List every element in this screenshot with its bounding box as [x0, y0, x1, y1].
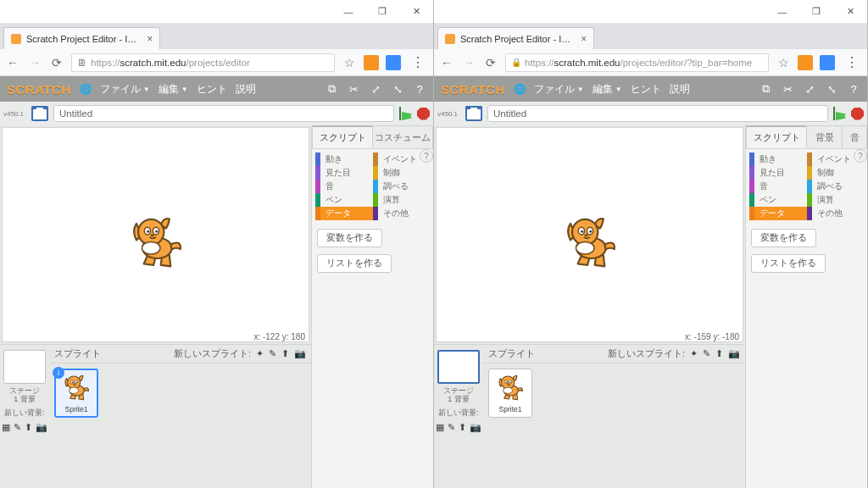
menu-about[interactable]: 説明	[670, 83, 690, 96]
menu-about[interactable]: 説明	[236, 83, 256, 96]
stage[interactable]: x: -159 y: -180	[436, 127, 743, 342]
cat-more[interactable]: その他	[373, 207, 431, 220]
reload-icon[interactable]: ⟳	[483, 55, 498, 70]
scratch-logo[interactable]: SCRATCH	[441, 82, 505, 97]
cat-looks[interactable]: 見た目	[749, 166, 807, 180]
os-close-button[interactable]: ✕	[833, 0, 867, 24]
stage-thumbnail[interactable]	[3, 350, 46, 384]
upload-backdrop-icon[interactable]: ⬆	[25, 422, 32, 433]
cat-sensing[interactable]: 調べる	[807, 180, 865, 193]
menu-hint[interactable]: ヒント	[197, 83, 227, 96]
cat-sound[interactable]: 音	[749, 180, 807, 193]
paint-sprite-icon[interactable]: ✎	[269, 348, 276, 359]
cat-data[interactable]: データ	[315, 207, 373, 220]
cat-looks[interactable]: 見た目	[315, 166, 373, 180]
language-globe-icon[interactable]: 🌐	[80, 83, 92, 95]
upload-backdrop-icon[interactable]: ⬆	[459, 422, 466, 433]
cat-operators[interactable]: 演算	[807, 193, 865, 207]
cat-more[interactable]: その他	[807, 207, 865, 220]
os-maximize-button[interactable]: ❐	[799, 0, 833, 24]
os-maximize-button[interactable]: ❐	[365, 0, 399, 24]
sprite-info-icon[interactable]: i	[53, 367, 64, 379]
camera-sprite-icon[interactable]: 📷	[728, 348, 740, 359]
bookmark-star-icon[interactable]: ☆	[342, 55, 357, 70]
cat-sound[interactable]: 音	[315, 180, 373, 193]
extension-icon[interactable]	[364, 55, 379, 70]
fullscreen-icon[interactable]	[31, 106, 48, 121]
cat-motion[interactable]: 動き	[315, 152, 373, 166]
back-icon[interactable]: ←	[439, 55, 454, 70]
green-flag-icon[interactable]	[399, 107, 412, 120]
stamp-tool-icon[interactable]: ⧉	[325, 82, 338, 96]
language-globe-icon[interactable]: 🌐	[514, 83, 526, 95]
make-variable-button[interactable]: 変数を作る	[317, 229, 382, 247]
green-flag-icon[interactable]	[833, 107, 846, 120]
upload-sprite-icon[interactable]: ⬆	[281, 348, 289, 359]
bookmark-star-icon[interactable]: ☆	[776, 55, 791, 70]
cat-control[interactable]: 制御	[807, 166, 865, 180]
menu-file[interactable]: ファイル▼	[100, 83, 150, 96]
tab-scripts[interactable]: スクリプト	[312, 125, 372, 148]
help-tool-icon[interactable]: ?	[413, 82, 426, 96]
upload-sprite-icon[interactable]: ⬆	[715, 348, 723, 359]
block-help-icon[interactable]: ?	[420, 149, 433, 163]
os-close-button[interactable]: ✕	[399, 0, 433, 24]
shrink-tool-icon[interactable]: ⤡	[825, 82, 838, 96]
stop-sign-icon[interactable]	[851, 108, 864, 120]
cat-pen[interactable]: ペン	[749, 193, 807, 207]
os-minimize-button[interactable]: —	[765, 0, 799, 24]
grow-tool-icon[interactable]: ⤢	[369, 82, 382, 96]
os-minimize-button[interactable]: —	[331, 0, 365, 24]
cat-sensing[interactable]: 調べる	[373, 180, 431, 193]
scissors-tool-icon[interactable]: ✂	[347, 82, 360, 96]
menu-edit[interactable]: 編集▼	[159, 83, 188, 96]
cat-pen[interactable]: ペン	[315, 193, 373, 207]
reload-icon[interactable]: ⟳	[49, 55, 64, 70]
choose-sprite-icon[interactable]: ✦	[256, 348, 264, 359]
cat-motion[interactable]: 動き	[749, 152, 807, 166]
stage[interactable]: x: -122 y: 180	[2, 127, 309, 342]
tab-close-icon[interactable]: ×	[147, 33, 153, 45]
menu-hint[interactable]: ヒント	[631, 83, 661, 96]
scratch-logo[interactable]: SCRATCH	[7, 82, 71, 97]
tab-scripts[interactable]: スクリプト	[746, 125, 806, 148]
sprite-thumbnail[interactable]: Sprite1	[488, 369, 532, 418]
project-title-input[interactable]: Untitled	[53, 105, 394, 122]
tab-sounds[interactable]: 音	[842, 125, 867, 148]
tab-close-icon[interactable]: ×	[581, 33, 587, 45]
paint-backdrop-icon[interactable]: ✎	[448, 422, 455, 433]
make-list-button[interactable]: リストを作る	[751, 254, 826, 273]
project-title-input[interactable]: Untitled	[487, 105, 828, 122]
cat-data[interactable]: データ	[749, 207, 807, 220]
sprite-on-stage[interactable]	[125, 213, 186, 274]
cat-control[interactable]: 制御	[373, 166, 431, 180]
scissors-tool-icon[interactable]: ✂	[781, 82, 794, 96]
extension-icon[interactable]	[386, 55, 401, 70]
block-help-icon[interactable]: ?	[854, 149, 867, 163]
browser-tab[interactable]: Scratch Project Editor - I… ×	[437, 27, 594, 49]
choose-backdrop-icon[interactable]: ▦	[2, 422, 10, 433]
sprite-on-stage[interactable]	[559, 213, 620, 274]
extension-icon[interactable]	[820, 55, 835, 70]
stamp-tool-icon[interactable]: ⧉	[759, 82, 772, 96]
cat-operators[interactable]: 演算	[373, 193, 431, 207]
address-bar[interactable]: 🔒 https://scratch.mit.edu/projects/edito…	[505, 53, 769, 72]
paint-backdrop-icon[interactable]: ✎	[14, 422, 21, 433]
choose-sprite-icon[interactable]: ✦	[690, 348, 698, 359]
shrink-tool-icon[interactable]: ⤡	[391, 82, 404, 96]
fullscreen-icon[interactable]	[465, 106, 482, 121]
camera-sprite-icon[interactable]: 📷	[294, 348, 306, 359]
menu-edit[interactable]: 編集▼	[593, 83, 622, 96]
camera-backdrop-icon[interactable]: 📷	[470, 422, 481, 433]
tab-backdrops[interactable]: 背景	[806, 125, 842, 148]
menu-file[interactable]: ファイル▼	[534, 83, 584, 96]
address-bar[interactable]: 🗎 https://scratch.mit.edu/projects/edito…	[71, 53, 335, 72]
paint-sprite-icon[interactable]: ✎	[703, 348, 710, 359]
make-variable-button[interactable]: 変数を作る	[751, 229, 816, 247]
extension-icon[interactable]	[798, 55, 813, 70]
tab-costumes[interactable]: コスチューム	[372, 125, 433, 148]
chrome-menu-icon[interactable]: ⋮	[408, 54, 428, 70]
sprite-thumbnail-selected[interactable]: i Sprite1	[54, 369, 98, 418]
chrome-menu-icon[interactable]: ⋮	[842, 54, 862, 70]
grow-tool-icon[interactable]: ⤢	[803, 82, 816, 96]
